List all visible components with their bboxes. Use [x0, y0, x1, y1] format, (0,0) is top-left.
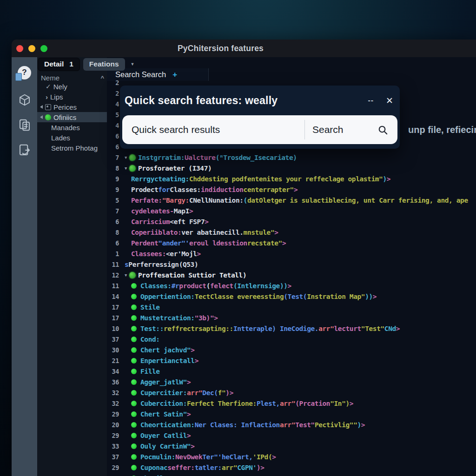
- line-number: 33: [107, 443, 122, 450]
- code-line[interactable]: 8▼Prosforaeter (I347): [107, 163, 476, 173]
- chevron-down-icon[interactable]: ▼: [131, 62, 135, 66]
- code-token: Coperiiblato:: [131, 229, 181, 236]
- code-line[interactable]: 6Perdent "ander"'eroul ldesstion recstat…: [107, 238, 476, 248]
- line-number: 5: [107, 197, 122, 204]
- code-line[interactable]: 36Agger_jatlW">: [107, 377, 476, 387]
- collapse-left-icon: [40, 115, 43, 119]
- tab-detail-count-badge: 1: [69, 60, 73, 68]
- code-token: seffer:: [167, 464, 194, 471]
- method-icon: [131, 369, 137, 374]
- code-line[interactable]: 1Classees: <er'Mojl>: [107, 248, 476, 259]
- code-line[interactable]: 37Cond:: [107, 334, 476, 344]
- code-line[interactable]: 8Coperiiblato: ver abatinecill. mnstule"…: [107, 227, 476, 238]
- method-icon: [131, 315, 137, 321]
- code-token: >: [294, 186, 298, 193]
- code-line[interactable]: 32Cubercition: Ferfect Therfione: Plest,…: [107, 398, 476, 409]
- line-number: 6: [107, 218, 122, 225]
- tree-item-lips[interactable]: ›Lips: [37, 92, 107, 102]
- tab-detail[interactable]: Detail 1: [38, 58, 79, 71]
- green-status-icon: [45, 114, 51, 120]
- code-line[interactable]: 7cydeleates- MapI>: [107, 205, 476, 216]
- tree-column-header[interactable]: Neme ^: [41, 73, 104, 82]
- code-line[interactable]: 29Cuponac seffer: tatler: arr"CGPN')>: [107, 462, 476, 473]
- code-token: Cubercition:: [140, 400, 187, 407]
- code-line[interactable]: 11sPerferressign(Q53): [107, 259, 476, 270]
- code-line[interactable]: 29Ouyer Catlil>: [107, 430, 476, 441]
- code-line[interactable]: 37Pocmulin: NevDwek Ter"'heClart, 'IPd(>: [107, 451, 476, 462]
- code-line[interactable]: 32Cupercitier: arr"Dec(f")>: [107, 387, 476, 398]
- doc-badge-icon: [15, 73, 22, 81]
- code-token: ): [383, 175, 386, 183]
- code-token: >: [387, 175, 390, 183]
- line-number: 12: [107, 271, 122, 279]
- code-line[interactable]: 9Rerrgycteating: Chddesting podfentenite…: [107, 173, 476, 184]
- code-token: "Test": [361, 325, 384, 332]
- line-number: 17: [107, 304, 122, 311]
- tree-item-nely[interactable]: ✓Nely: [37, 81, 107, 92]
- sort-caret-icon: ^: [100, 74, 104, 81]
- code-token: ver abatinecill.: [181, 229, 243, 236]
- code-token: >: [274, 229, 278, 236]
- line-number: 37: [107, 453, 122, 461]
- search-input[interactable]: Quick search results: [122, 124, 304, 135]
- code-token: s: [125, 261, 128, 268]
- code-line[interactable]: 6Carriscium <eft FSP7>: [107, 216, 476, 227]
- code-line[interactable]: 7▼Instgrratim: Ualcture (ᴴTrosdew_Isecar…: [107, 152, 476, 163]
- code-line[interactable]: 14Oppertiention: TectClasse evereessting…: [107, 291, 476, 302]
- code-line[interactable]: 17Mustetrcation: "3b)">: [107, 312, 476, 323]
- tree-item-perices[interactable]: Perices: [37, 102, 107, 112]
- method-icon: [131, 358, 137, 364]
- code-line[interactable]: 9Prodect for Classes: indiduction center…: [107, 184, 476, 195]
- search-button[interactable]: Search: [305, 124, 344, 135]
- help-icon[interactable]: ?: [17, 65, 32, 80]
- code-token: Rerrgycteating:: [131, 175, 189, 183]
- code-line[interactable]: 12▼Proffesation Suttior Tetall): [107, 270, 476, 280]
- code-token: >: [187, 432, 191, 439]
- check-icon: ✓: [46, 83, 51, 90]
- code-token: Carriscium: [131, 218, 170, 225]
- code-token: TectClasse evereessting: [195, 293, 284, 300]
- line-number: 11: [107, 282, 122, 290]
- line-number: 9: [107, 175, 122, 183]
- code-token: Stile: [140, 304, 160, 311]
- tab-features[interactable]: Feations: [83, 58, 125, 71]
- search-icon[interactable]: [377, 125, 388, 135]
- tree-item-setrom-photag[interactable]: Setrom Photag: [37, 143, 107, 153]
- code-line[interactable]: 10Test:: reffrectrsapting:: Intteraple) …: [107, 323, 476, 334]
- code-line[interactable]: 5Perfate: "Bargy: CNellNunation: (datOle…: [107, 195, 476, 205]
- collapse-arrow-icon[interactable]: ▼: [125, 273, 127, 278]
- line-number: 20: [107, 421, 122, 429]
- method-icon: [131, 422, 137, 428]
- tree-item-manades[interactable]: Manades: [37, 122, 107, 132]
- code-token: Chert jachvd": [140, 346, 191, 354]
- collapse-arrow-icon[interactable]: ▼: [125, 166, 127, 171]
- dialog-minimize-button[interactable]: --: [368, 96, 374, 105]
- code-line[interactable]: 34Fille: [107, 366, 476, 377]
- code-token: >: [272, 453, 276, 461]
- code-line[interactable]: 17Stile: [107, 302, 476, 312]
- dialog-close-icon[interactable]: ✕: [386, 95, 393, 106]
- code-line[interactable]: Chamile">: [107, 473, 476, 476]
- code-line[interactable]: 29Chert Satin">: [107, 409, 476, 419]
- code-token: Perfate:: [131, 197, 162, 204]
- code-line[interactable]: 30Chert jachvd">: [107, 344, 476, 355]
- copy-files-icon[interactable]: [17, 118, 32, 132]
- tool-icon-strip: ?: [12, 57, 38, 476]
- code-line[interactable]: 33Ouly CartinW">: [107, 441, 476, 451]
- code-line[interactable]: 11Classes: #r product (felect(Intlernsig…: [107, 280, 476, 291]
- tree-item-lades[interactable]: Lades: [37, 132, 107, 143]
- collapse-arrow-icon[interactable]: ▼: [125, 155, 127, 160]
- sync-file-icon[interactable]: [17, 143, 32, 158]
- method-icon: [131, 465, 137, 470]
- line-number: 32: [107, 400, 122, 407]
- code-line[interactable]: 21Enpertianctall>: [107, 355, 476, 366]
- code-token: felect: [210, 282, 233, 290]
- code-line[interactable]: 20Cheorticatien: Ner Clases: Inflaction …: [107, 419, 476, 430]
- window-titlebar[interactable]: PyChitersion features: [12, 40, 476, 57]
- code-token: Prosforaeter (I347): [138, 165, 212, 172]
- tree-item-ofiniics[interactable]: Ofiniics: [37, 112, 107, 122]
- code-token: Chert Satin": [140, 410, 187, 418]
- code-token: Ter"'heClart,: [202, 453, 252, 461]
- package-icon[interactable]: [17, 93, 32, 107]
- line-number: 1: [107, 250, 122, 258]
